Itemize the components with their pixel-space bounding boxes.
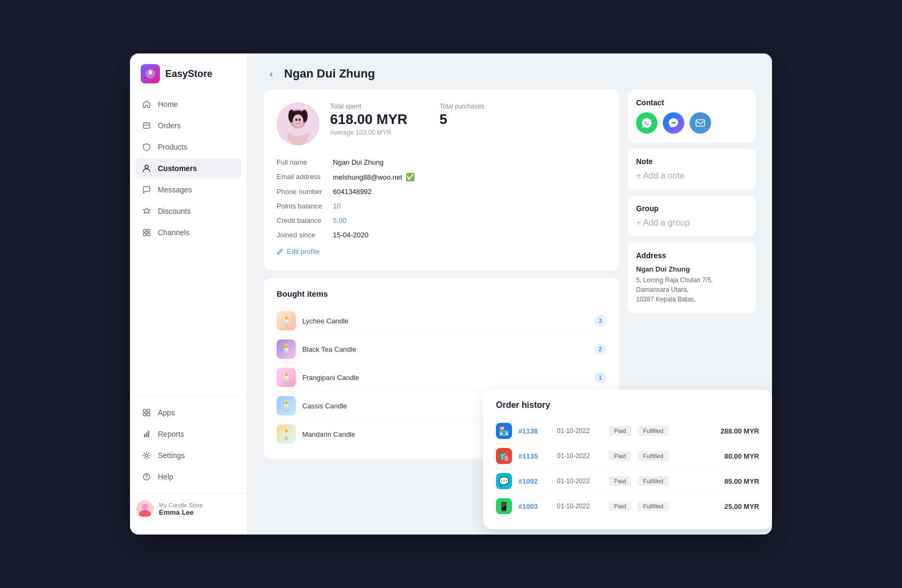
address-lines: 5, Lorong Raja Chulan 7/5, Damansara Uta… bbox=[636, 275, 747, 304]
field-label-4: Credit balance bbox=[277, 216, 322, 225]
add-note-button[interactable]: + Add a note bbox=[636, 171, 747, 181]
bought-item-row: 🕯️ Black Tea Candle 2 bbox=[277, 335, 606, 363]
field-value-0: Ngan Dui Zhung bbox=[333, 158, 606, 166]
logo-text: EasyStore bbox=[165, 68, 212, 80]
order-date: 01-10-2022 bbox=[557, 452, 602, 460]
total-spent-label: Total spent bbox=[330, 103, 408, 110]
add-group-button[interactable]: + Add a group bbox=[636, 218, 747, 228]
svg-rect-7 bbox=[147, 233, 150, 236]
help-icon bbox=[142, 472, 151, 482]
messenger-button[interactable] bbox=[663, 112, 684, 134]
sidebar-item-apps[interactable]: Apps bbox=[135, 403, 242, 423]
user-avatar bbox=[136, 500, 154, 517]
field-label-5: Joined since bbox=[277, 231, 322, 239]
customer-card: Total spent 618.00 MYR Average 103.00 MY… bbox=[264, 90, 619, 270]
order-row: 💬 #1092 01-10-2022 Paid Fulfilled 85.00 … bbox=[496, 469, 759, 494]
main-window: EasyStore Home Orders Products bbox=[130, 53, 772, 535]
group-card: Group + Add a group bbox=[628, 196, 756, 236]
average-label: Average 103.00 MYR bbox=[330, 129, 408, 136]
field-value-1: melshung88@woo.net ✅ bbox=[333, 173, 606, 181]
order-channel-icon: 💬 bbox=[496, 473, 512, 489]
sidebar-item-reports[interactable]: Reports bbox=[135, 424, 242, 444]
stat-total-purchases: Total purchases 5 bbox=[440, 103, 485, 145]
order-date: 01-10-2022 bbox=[557, 477, 602, 485]
order-row: 🛍️ #1135 01-10-2022 Paid Fulfilled 80.00… bbox=[496, 444, 759, 469]
whatsapp-button[interactable] bbox=[636, 112, 658, 134]
order-id[interactable]: #1092 bbox=[518, 477, 551, 485]
total-spent-value: 618.00 MYR bbox=[330, 111, 408, 128]
bought-item-row: 🕯️ Frangipani Candle 1 bbox=[277, 363, 606, 392]
sidebar-item-customers[interactable]: Customers bbox=[135, 158, 242, 179]
user-profile[interactable]: My Candle Store Emma Lee bbox=[130, 493, 247, 524]
order-history-list: 🏪 #1138 01-10-2022 Paid Fulfilled 288.00… bbox=[496, 419, 759, 519]
sidebar-item-settings[interactable]: Settings bbox=[135, 445, 242, 466]
svg-rect-4 bbox=[143, 229, 146, 232]
field-label-2: Phone number bbox=[277, 188, 322, 196]
item-name: Frangipani Candle bbox=[302, 374, 588, 382]
order-amount: 85.00 MYR bbox=[724, 477, 759, 485]
note-card: Note + Add a note bbox=[628, 149, 756, 189]
nav-bottom: Apps Reports Settings Help bbox=[130, 403, 247, 488]
svg-point-19 bbox=[142, 504, 148, 510]
svg-point-17 bbox=[146, 478, 147, 479]
edit-profile-button[interactable]: Edit profile bbox=[277, 247, 319, 256]
order-fulfillment-badge: Fulfilled bbox=[638, 426, 669, 436]
svg-rect-6 bbox=[143, 233, 146, 236]
page-title: Ngan Dui Zhung bbox=[284, 67, 375, 81]
field-value-2: 6041348992 bbox=[333, 188, 606, 196]
sidebar-item-messages-label: Messages bbox=[158, 185, 192, 194]
svg-point-28 bbox=[299, 119, 301, 121]
customer-avatar bbox=[277, 103, 319, 145]
svg-rect-5 bbox=[147, 229, 150, 232]
order-amount: 25.00 MYR bbox=[724, 502, 759, 510]
sidebar-item-home-label: Home bbox=[158, 100, 178, 109]
logo-icon bbox=[141, 64, 160, 83]
apps-icon bbox=[142, 408, 151, 417]
sidebar-item-reports-label: Reports bbox=[158, 430, 184, 438]
stat-total-spent: Total spent 618.00 MYR Average 103.00 MY… bbox=[330, 103, 408, 145]
item-count: 2 bbox=[594, 343, 606, 355]
address-name: Ngan Dui Zhung bbox=[636, 265, 747, 273]
order-id[interactable]: #1003 bbox=[518, 502, 551, 510]
sidebar-item-messages[interactable]: Messages bbox=[135, 180, 242, 200]
sidebar-item-home[interactable]: Home bbox=[135, 94, 242, 114]
order-channel-icon: 🏪 bbox=[496, 423, 512, 439]
order-amount: 288.00 MYR bbox=[721, 427, 759, 435]
nav-items: Home Orders Products Customers bbox=[130, 94, 247, 391]
field-value-4[interactable]: 5.00 bbox=[333, 216, 606, 225]
item-thumb: 🕯️ bbox=[277, 424, 296, 444]
sidebar-item-products-label: Products bbox=[158, 143, 187, 151]
verified-icon: ✅ bbox=[406, 173, 415, 181]
sidebar-item-channels-label: Channels bbox=[158, 228, 189, 237]
address-card: Address Ngan Dui Zhung 5, Lorong Raja Ch… bbox=[628, 243, 756, 313]
contact-icons bbox=[636, 112, 747, 134]
discounts-icon bbox=[142, 206, 151, 216]
item-name: Black Tea Candle bbox=[302, 345, 588, 353]
field-value-3[interactable]: 10 bbox=[333, 202, 606, 210]
sidebar-item-customers-label: Customers bbox=[158, 164, 197, 173]
order-amount: 80.00 MYR bbox=[724, 452, 759, 460]
channels-icon bbox=[142, 228, 151, 237]
order-row: 🏪 #1138 01-10-2022 Paid Fulfilled 288.00… bbox=[496, 419, 759, 444]
order-id[interactable]: #1138 bbox=[518, 427, 551, 435]
sidebar-item-discounts[interactable]: Discounts bbox=[135, 201, 242, 221]
sidebar-item-help[interactable]: Help bbox=[135, 467, 242, 487]
svg-point-26 bbox=[293, 114, 303, 127]
email-button[interactable] bbox=[690, 112, 711, 134]
customer-details: Full name Ngan Dui Zhung Email address m… bbox=[277, 158, 606, 239]
svg-rect-1 bbox=[143, 123, 150, 128]
svg-rect-29 bbox=[696, 120, 705, 126]
customers-icon bbox=[142, 164, 151, 173]
sidebar-item-channels[interactable]: Channels bbox=[135, 222, 242, 243]
order-fulfillment-badge: Fulfilled bbox=[638, 501, 669, 511]
sidebar-item-products[interactable]: Products bbox=[135, 137, 242, 157]
order-id[interactable]: #1135 bbox=[518, 452, 551, 460]
user-store: My Candle Store bbox=[159, 502, 203, 508]
order-history-title: Order history bbox=[496, 400, 759, 410]
item-name: Lychee Candle bbox=[302, 317, 588, 325]
order-status-badge: Paid bbox=[609, 476, 631, 486]
customer-header: Total spent 618.00 MYR Average 103.00 MY… bbox=[277, 103, 606, 145]
back-button[interactable]: ‹ bbox=[264, 66, 279, 81]
sidebar-item-orders[interactable]: Orders bbox=[135, 115, 242, 136]
item-thumb: 🕯️ bbox=[277, 311, 296, 330]
